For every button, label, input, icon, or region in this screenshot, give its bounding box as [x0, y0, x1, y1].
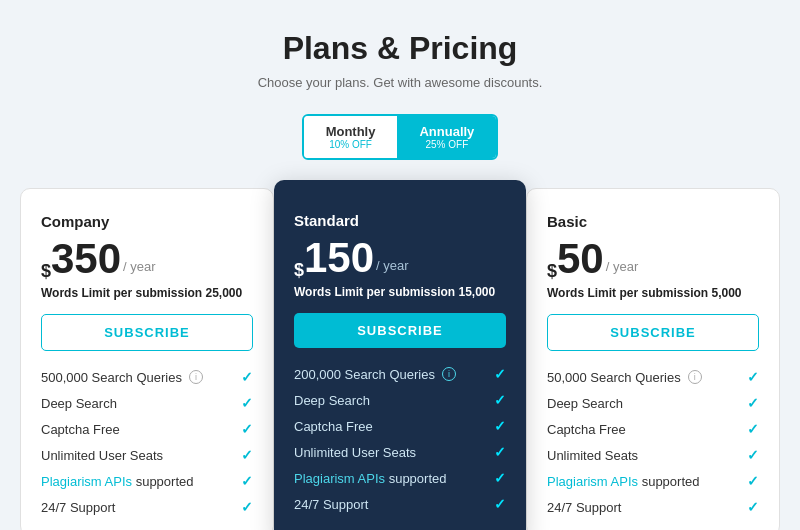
company-plan-name: Company	[41, 213, 253, 230]
basic-feature-4-text: Plagiarism APIs supported	[547, 474, 699, 489]
basic-feature-0-text: 50,000 Search Queries	[547, 370, 681, 385]
company-words-label: Words Limit per submission	[41, 286, 202, 300]
standard-feature-1-check: ✓	[494, 392, 506, 408]
standard-api-link[interactable]: Plagiarism APIs	[294, 471, 385, 486]
monthly-discount: 10% OFF	[326, 139, 376, 150]
company-feature-0-text: 500,000 Search Queries	[41, 370, 182, 385]
basic-feature-1-check: ✓	[747, 395, 759, 411]
company-feature-2-text: Captcha Free	[41, 422, 120, 437]
company-features: 500,000 Search Queries i ✓ Deep Search ✓…	[41, 369, 253, 515]
basic-feature-0-left: 50,000 Search Queries i	[547, 370, 702, 385]
standard-plan-name: Standard	[294, 212, 506, 229]
basic-price-period: / year	[606, 259, 639, 274]
company-price-period: / year	[123, 259, 156, 274]
standard-feature-4-check: ✓	[494, 470, 506, 486]
company-feature-1-text: Deep Search	[41, 396, 117, 411]
standard-feature-1-text: Deep Search	[294, 393, 370, 408]
company-feature-4-text: Plagiarism APIs supported	[41, 474, 193, 489]
standard-feature-0: 200,000 Search Queries i ✓	[294, 366, 506, 382]
standard-feature-1: Deep Search ✓	[294, 392, 506, 408]
basic-plan-name: Basic	[547, 213, 759, 230]
basic-feature-2-check: ✓	[747, 421, 759, 437]
company-feature-4-check: ✓	[241, 473, 253, 489]
standard-words-value: 15,000	[458, 285, 495, 299]
company-dollar-sign: $	[41, 262, 51, 280]
monthly-label: Monthly	[326, 124, 376, 139]
company-feature-1: Deep Search ✓	[41, 395, 253, 411]
standard-feature-3: Unlimited User Seats ✓	[294, 444, 506, 460]
basic-subscribe-button[interactable]: SUBSCRIBE	[547, 314, 759, 351]
company-feature-0: 500,000 Search Queries i ✓	[41, 369, 253, 385]
page-title: Plans & Pricing	[283, 30, 518, 67]
company-feature-4: Plagiarism APIs supported ✓	[41, 473, 253, 489]
basic-price-amount: 50	[557, 238, 604, 280]
basic-words-limit: Words Limit per submission 5,000	[547, 286, 759, 300]
standard-feature-5-check: ✓	[494, 496, 506, 512]
basic-feature-1: Deep Search ✓	[547, 395, 759, 411]
standard-feature-3-text: Unlimited User Seats	[294, 445, 416, 460]
standard-feature-0-check: ✓	[494, 366, 506, 382]
standard-features: 200,000 Search Queries i ✓ Deep Search ✓…	[294, 366, 506, 512]
plan-company: Company $ 350 / year Words Limit per sub…	[20, 188, 274, 530]
annually-label: Annually	[419, 124, 474, 139]
billing-toggle: Monthly 10% OFF Annually 25% OFF	[302, 114, 499, 160]
annually-toggle[interactable]: Annually 25% OFF	[397, 116, 496, 158]
standard-price-period: / year	[376, 258, 409, 273]
basic-words-value: 5,000	[711, 286, 741, 300]
basic-feature-2-text: Captcha Free	[547, 422, 626, 437]
company-feature-5-text: 24/7 Support	[41, 500, 115, 515]
basic-feature-5: 24/7 Support ✓	[547, 499, 759, 515]
basic-feature-4: Plagiarism APIs supported ✓	[547, 473, 759, 489]
basic-feature-3: Unlimited Seats ✓	[547, 447, 759, 463]
company-feature-3: Unlimited User Seats ✓	[41, 447, 253, 463]
standard-feature-0-left: 200,000 Search Queries i	[294, 367, 456, 382]
standard-feature-4: Plagiarism APIs supported ✓	[294, 470, 506, 486]
standard-feature-2: Captcha Free ✓	[294, 418, 506, 434]
company-feature-5: 24/7 Support ✓	[41, 499, 253, 515]
basic-api-link[interactable]: Plagiarism APIs	[547, 474, 638, 489]
company-price-amount: 350	[51, 238, 121, 280]
standard-feature-0-text: 200,000 Search Queries	[294, 367, 435, 382]
company-price-row: $ 350 / year	[41, 238, 253, 280]
company-api-link[interactable]: Plagiarism APIs	[41, 474, 132, 489]
plans-container: Company $ 350 / year Words Limit per sub…	[20, 188, 780, 530]
basic-dollar-sign: $	[547, 262, 557, 280]
page-subtitle: Choose your plans. Get with awesome disc…	[258, 75, 543, 90]
company-feature-3-text: Unlimited User Seats	[41, 448, 163, 463]
company-feature-2: Captcha Free ✓	[41, 421, 253, 437]
standard-dollar-sign: $	[294, 261, 304, 279]
standard-feature-0-info-icon[interactable]: i	[442, 367, 456, 381]
company-feature-0-info-icon[interactable]: i	[189, 370, 203, 384]
basic-feature-3-text: Unlimited Seats	[547, 448, 638, 463]
company-words-limit: Words Limit per submission 25,000	[41, 286, 253, 300]
basic-price-row: $ 50 / year	[547, 238, 759, 280]
standard-words-limit: Words Limit per submission 15,000	[294, 285, 506, 299]
plan-basic: Basic $ 50 / year Words Limit per submis…	[526, 188, 780, 530]
plan-standard: Standard $ 150 / year Words Limit per su…	[274, 180, 526, 530]
standard-feature-2-check: ✓	[494, 418, 506, 434]
standard-price-amount: 150	[304, 237, 374, 279]
basic-feature-0-info-icon[interactable]: i	[688, 370, 702, 384]
company-feature-0-check: ✓	[241, 369, 253, 385]
company-feature-3-check: ✓	[241, 447, 253, 463]
basic-feature-0: 50,000 Search Queries i ✓	[547, 369, 759, 385]
standard-feature-4-text: Plagiarism APIs supported	[294, 471, 446, 486]
standard-subscribe-button[interactable]: SUBSCRIBE	[294, 313, 506, 348]
company-feature-0-left: 500,000 Search Queries i	[41, 370, 203, 385]
basic-feature-2: Captcha Free ✓	[547, 421, 759, 437]
monthly-toggle[interactable]: Monthly 10% OFF	[304, 116, 398, 158]
basic-feature-5-text: 24/7 Support	[547, 500, 621, 515]
standard-feature-3-check: ✓	[494, 444, 506, 460]
basic-words-label: Words Limit per submission	[547, 286, 708, 300]
basic-feature-1-text: Deep Search	[547, 396, 623, 411]
standard-feature-5: 24/7 Support ✓	[294, 496, 506, 512]
company-feature-2-check: ✓	[241, 421, 253, 437]
basic-feature-0-check: ✓	[747, 369, 759, 385]
basic-feature-4-check: ✓	[747, 473, 759, 489]
company-subscribe-button[interactable]: SUBSCRIBE	[41, 314, 253, 351]
standard-feature-2-text: Captcha Free	[294, 419, 373, 434]
annually-discount: 25% OFF	[419, 139, 474, 150]
company-words-value: 25,000	[205, 286, 242, 300]
company-feature-5-check: ✓	[241, 499, 253, 515]
standard-words-label: Words Limit per submission	[294, 285, 455, 299]
